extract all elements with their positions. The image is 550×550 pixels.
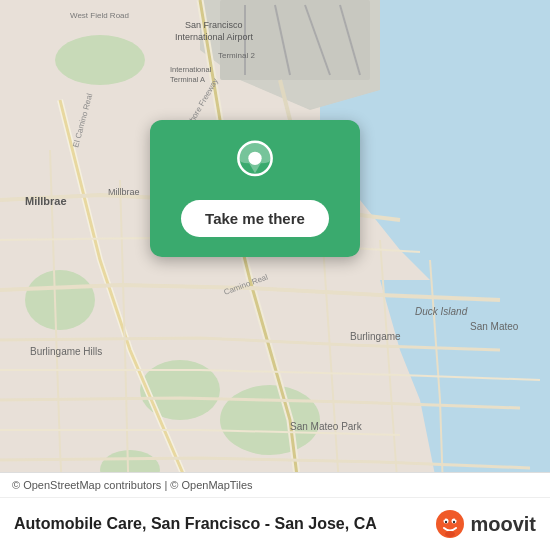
svg-text:West Field Road: West Field Road xyxy=(70,11,129,20)
pin-icon xyxy=(230,140,280,190)
map-background: Duck Island Burlingame Burlingame Hills … xyxy=(0,0,550,550)
map-attribution: © OpenStreetMap contributors | © OpenMap… xyxy=(0,473,550,498)
take-me-there-button[interactable]: Take me there xyxy=(181,200,329,237)
moovit-icon xyxy=(434,508,466,540)
bottom-info: Automobile Care, San Francisco - San Jos… xyxy=(0,498,550,550)
svg-text:Millbrae: Millbrae xyxy=(108,187,140,197)
attribution-text: © OpenStreetMap contributors | © OpenMap… xyxy=(12,479,253,491)
svg-point-34 xyxy=(445,521,447,523)
svg-text:San Mateo Park: San Mateo Park xyxy=(290,421,363,432)
moovit-logo: moovit xyxy=(434,508,536,540)
location-name: Automobile Care, San Francisco - San Jos… xyxy=(14,515,377,533)
svg-point-12 xyxy=(220,385,320,455)
svg-text:San Francisco: San Francisco xyxy=(185,20,243,30)
card-overlay: Take me there xyxy=(150,120,360,257)
svg-text:Burlingame Hills: Burlingame Hills xyxy=(30,346,102,357)
duck-island-label: Duck Island xyxy=(415,306,468,317)
svg-text:Terminal A: Terminal A xyxy=(170,75,205,84)
svg-text:San Mateo: San Mateo xyxy=(470,321,519,332)
svg-point-9 xyxy=(55,35,145,85)
svg-text:Millbrae: Millbrae xyxy=(25,195,67,207)
moovit-text: moovit xyxy=(470,513,536,536)
svg-text:Burlingame: Burlingame xyxy=(350,331,401,342)
svg-point-36 xyxy=(445,531,455,537)
svg-point-35 xyxy=(453,521,455,523)
svg-text:International: International xyxy=(170,65,212,74)
svg-point-10 xyxy=(25,270,95,330)
svg-text:International Airport: International Airport xyxy=(175,32,254,42)
svg-text:Terminal 2: Terminal 2 xyxy=(218,51,255,60)
bottom-bar: © OpenStreetMap contributors | © OpenMap… xyxy=(0,472,550,550)
map-container: Duck Island Burlingame Burlingame Hills … xyxy=(0,0,550,550)
